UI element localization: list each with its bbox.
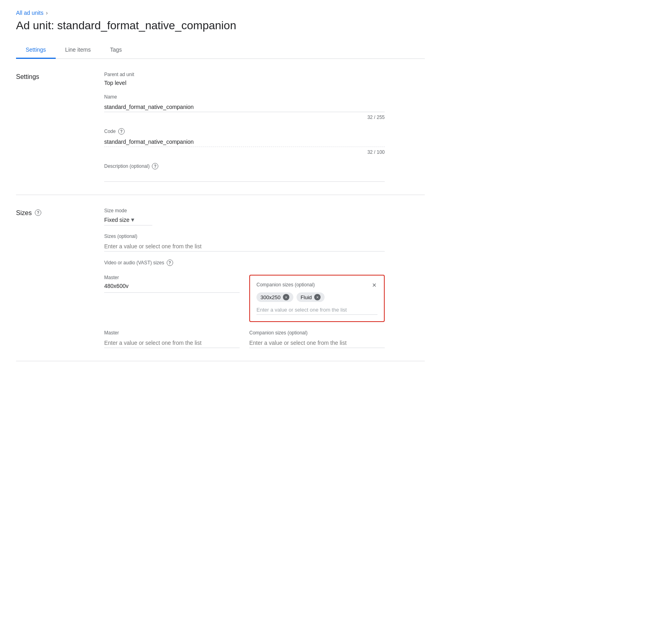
name-counter: 32 / 255 xyxy=(104,115,385,120)
parent-ad-unit-label: Parent ad unit xyxy=(104,72,385,77)
sizes-section-label: Sizes ? xyxy=(16,208,104,348)
master-input-2[interactable] xyxy=(104,338,240,348)
master-field-1: Master 480x600v xyxy=(104,275,240,293)
vast-help-icon[interactable]: ? xyxy=(167,260,173,266)
breadcrumb-link[interactable]: All ad units xyxy=(16,10,43,16)
sizes-optional-input[interactable] xyxy=(104,242,385,252)
size-mode-dropdown[interactable]: Fixed size ▾ xyxy=(104,216,152,225)
master-label-1: Master xyxy=(104,275,240,280)
name-input[interactable] xyxy=(104,102,385,112)
size-mode-arrow: ▾ xyxy=(131,216,134,223)
master-label-2: Master xyxy=(104,330,240,336)
master-value-1: 480x600v xyxy=(104,283,240,289)
sizes-help-icon[interactable]: ? xyxy=(35,209,41,216)
companion-field-2: Companion sizes (optional) xyxy=(249,330,385,348)
description-label: Description (optional) ? xyxy=(104,163,385,169)
tag-label-300x250: 300x250 xyxy=(260,294,281,300)
companion-label-2: Companion sizes (optional) xyxy=(249,330,385,336)
size-mode-value: Fixed size xyxy=(104,217,129,223)
tag-remove-fluid[interactable]: × xyxy=(314,294,321,300)
popup-close-button[interactable]: × xyxy=(369,280,380,291)
tag-chip-fluid: Fluid × xyxy=(297,292,325,302)
tab-settings[interactable]: Settings xyxy=(16,42,56,59)
companion-popup: Companion sizes (optional) 300x250 × Flu… xyxy=(249,275,385,322)
tag-remove-300x250[interactable]: × xyxy=(283,294,289,300)
description-field: Description (optional) ? xyxy=(104,163,385,182)
name-field: Name 32 / 255 xyxy=(104,94,385,120)
size-mode-row: Fixed size ▾ xyxy=(104,216,385,225)
breadcrumb: All ad units › xyxy=(16,10,425,16)
vast-sizes-field: Video or audio (VAST) sizes ? xyxy=(104,260,385,267)
code-input[interactable] xyxy=(104,137,385,147)
settings-section-label: Settings xyxy=(16,72,104,182)
tab-line-items[interactable]: Line items xyxy=(56,42,101,59)
sizes-section-content: Size mode Fixed size ▾ Sizes (optional) … xyxy=(104,208,385,348)
tab-tags[interactable]: Tags xyxy=(100,42,131,59)
code-field: Code ? 32 / 100 xyxy=(104,128,385,155)
tag-label-fluid: Fluid xyxy=(301,294,312,300)
breadcrumb-chevron: › xyxy=(46,10,48,16)
parent-ad-unit-value: Top level xyxy=(104,80,385,86)
master-row-2: Master Companion sizes (optional) xyxy=(104,330,385,348)
code-counter: 32 / 100 xyxy=(104,149,385,155)
tag-chip-300x250: 300x250 × xyxy=(256,292,293,302)
code-label: Code ? xyxy=(104,128,385,135)
code-help-icon[interactable]: ? xyxy=(118,128,125,135)
settings-section: Settings Parent ad unit Top level Name 3… xyxy=(16,59,425,195)
master-field-2: Master xyxy=(104,330,240,348)
settings-section-content: Parent ad unit Top level Name 32 / 255 C… xyxy=(104,72,385,182)
companion-popup-title: Companion sizes (optional) xyxy=(256,282,377,288)
name-label: Name xyxy=(104,94,385,100)
master-row-1: Master 480x600v Companion sizes (optiona… xyxy=(104,275,385,322)
sizes-section: Sizes ? Size mode Fixed size ▾ Sizes (op… xyxy=(16,195,425,361)
description-input[interactable] xyxy=(104,172,385,182)
companion-input-2[interactable] xyxy=(249,338,385,348)
size-mode-label: Size mode xyxy=(104,208,385,213)
companion-tags-row: 300x250 × Fluid × xyxy=(256,292,377,302)
page-container: All ad units › Ad unit: standard_format_… xyxy=(0,0,441,371)
parent-ad-unit-field: Parent ad unit Top level xyxy=(104,72,385,86)
page-title: Ad unit: standard_format_native_companio… xyxy=(16,19,425,32)
tabs-container: Settings Line items Tags xyxy=(16,42,425,59)
sizes-optional-field: Sizes (optional) xyxy=(104,233,385,252)
companion-input-1[interactable]: Enter a value or select one from the lis… xyxy=(256,307,377,315)
vast-sizes-label: Video or audio (VAST) sizes ? xyxy=(104,260,385,266)
size-mode-field: Size mode Fixed size ▾ xyxy=(104,208,385,225)
description-help-icon[interactable]: ? xyxy=(152,163,158,169)
sizes-optional-label: Sizes (optional) xyxy=(104,233,385,239)
